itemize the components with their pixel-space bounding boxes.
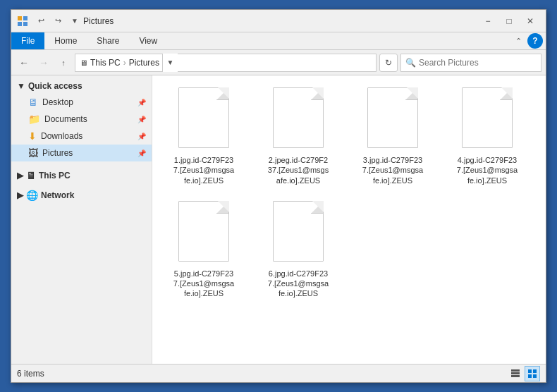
file-icon-5 [176,201,232,264]
sidebar-thispc-header[interactable]: ▶ 🖥 This PC [11,167,152,184]
pictures-icon: 🖼 [28,147,38,159]
sidebar-item-desktop-label: Desktop [42,97,73,107]
svg-rect-1 [23,16,27,20]
qat-forward-btn[interactable]: ↪ [49,13,66,30]
maximize-btn[interactable]: □ [499,13,519,29]
breadcrumb-thispc: This PC [90,58,121,68]
file-icon-1 [176,87,232,151]
window-title: Pictures [83,16,478,26]
svg-rect-8 [533,369,537,373]
grid-view-btn[interactable] [525,366,540,381]
sidebar: ▼ Quick access 🖥 Desktop 📌 📁 Documents 📌… [11,75,152,364]
statusbar: 6 items [11,364,546,382]
breadcrumb-pictures: Pictures [129,58,159,68]
sidebar-item-pictures[interactable]: 🖼 Pictures 📌 [11,145,152,161]
sidebar-item-desktop[interactable]: 🖥 Desktop 📌 [11,94,152,111]
file-name-3: 3.jpg.id-C279F237.[Zeus1@msgsafe.io].ZEU… [362,155,423,185]
svg-rect-9 [528,374,532,378]
downloads-icon: ⬇ [28,130,37,142]
file-item[interactable]: 6.jpg.id-C279F237.[Zeus1@msgsafe.io].ZEU… [252,195,344,305]
chevron-right-icon: ▶ [17,171,23,180]
refresh-btn[interactable]: ↻ [379,54,398,72]
svg-rect-4 [511,369,520,372]
breadcrumb[interactable]: 🖥 This PC › Pictures ▼ [75,54,377,72]
explorer-window: ↩ ↪ ▼ Pictures − □ ✕ File Home Share Vie… [11,9,546,383]
svg-rect-6 [511,375,520,377]
close-btn[interactable]: ✕ [520,13,540,29]
ribbon-help-area: ⌃ ? [513,32,546,49]
help-button[interactable]: ? [527,33,543,49]
sidebar-item-downloads-label: Downloads [41,131,82,141]
file-icon-3 [365,87,421,151]
view-toggle-area [508,366,540,381]
network-icon: 🌐 [26,190,38,201]
svg-rect-0 [18,16,22,20]
ribbon-tab-file[interactable]: File [11,32,44,49]
pin-icon-docs: 📌 [137,116,146,123]
file-item[interactable]: 3.jpg.id-C279F237.[Zeus1@msgsafe.io].ZEU… [347,81,439,192]
breadcrumb-sep: › [123,58,126,68]
pin-icon-dl: 📌 [137,133,146,140]
file-icon-2 [270,87,326,151]
svg-rect-3 [23,22,27,26]
file-name-5: 5.jpg.id-C279F237.[Zeus1@msgsafe.io].ZEU… [173,269,234,299]
forward-btn[interactable]: → [35,54,52,71]
search-box[interactable]: 🔍 [400,54,541,72]
sidebar-item-pictures-label: Pictures [42,148,73,158]
ribbon-collapse-icon[interactable]: ⌃ [513,34,525,49]
file-item[interactable]: 5.jpg.id-C279F237.[Zeus1@msgsafe.io].ZEU… [158,195,250,305]
file-name-1: 1.jpg.id-C279F237.[Zeus1@msgsafe.io].ZEU… [173,155,234,185]
breadcrumb-pc-icon: 🖥 [80,59,87,67]
sidebar-item-documents-label: Documents [44,114,87,124]
chevron-down-icon: ▼ [17,81,25,91]
sidebar-item-documents[interactable]: 📁 Documents 📌 [11,111,152,128]
file-item[interactable]: 2.jpeg.id-C279F237.[Zeus1@msgsafe.io].ZE… [252,81,344,192]
list-view-btn[interactable] [508,366,523,381]
ribbon-tab-home[interactable]: Home [44,32,87,49]
file-item[interactable]: 1.jpg.id-C279F237.[Zeus1@msgsafe.io].ZEU… [158,81,250,192]
back-btn[interactable]: ← [16,54,32,71]
file-name-6: 6.jpg.id-C279F237.[Zeus1@msgsafe.io].ZEU… [268,269,329,299]
sidebar-quick-access-header[interactable]: ▼ Quick access [11,78,152,94]
svg-rect-7 [528,369,532,373]
qat-back-btn[interactable]: ↩ [32,13,49,30]
svg-rect-10 [533,374,537,378]
file-content-area: 1.jpg.id-C279F237.[Zeus1@msgsafe.io].ZEU… [152,75,546,364]
sidebar-network-label: Network [41,190,74,200]
file-name-4: 4.jpg.id-C279F237.[Zeus1@msgsafe.io].ZEU… [457,155,518,185]
titlebar: ↩ ↪ ▼ Pictures − □ ✕ [11,10,546,32]
qat-down-btn[interactable]: ▼ [66,13,83,30]
status-item-count: 6 items [17,369,508,379]
chevron-right-icon-net: ▶ [17,190,23,200]
file-item[interactable]: 4.jpg.id-C279F237.[Zeus1@msgsafe.io].ZEU… [441,81,533,192]
ribbon-tab-share[interactable]: Share [87,32,129,49]
up-btn[interactable]: ↑ [55,54,72,71]
documents-icon: 📁 [28,114,40,125]
pin-icon: 📌 [137,99,146,106]
titlebar-icon [17,16,28,27]
main-area: ▼ Quick access 🖥 Desktop 📌 📁 Documents 📌… [11,75,546,364]
ribbon: File Home Share View ⌃ ? [11,32,546,50]
search-input[interactable] [419,58,537,68]
desktop-icon: 🖥 [28,97,38,108]
svg-rect-2 [18,22,22,26]
sidebar-item-downloads[interactable]: ⬇ Downloads 📌 [11,128,152,145]
sidebar-thispc-label: This PC [39,171,71,180]
thispc-icon: 🖥 [26,170,36,181]
ribbon-tab-view[interactable]: View [129,32,167,49]
titlebar-controls: − □ ✕ [478,13,540,29]
svg-rect-5 [511,372,520,374]
minimize-btn[interactable]: − [478,13,498,29]
sidebar-network-header[interactable]: ▶ 🌐 Network [11,187,152,204]
breadcrumb-dropdown-btn[interactable]: ▼ [162,54,178,72]
search-icon: 🔍 [405,58,416,68]
file-icon-6 [270,201,326,264]
file-icon-4 [459,87,515,151]
addressbar: ← → ↑ 🖥 This PC › Pictures ▼ ↻ 🔍 [11,50,546,75]
pin-icon-pic: 📌 [137,149,146,157]
sidebar-quick-access-label: Quick access [28,81,82,91]
file-name-2: 2.jpeg.id-C279F237.[Zeus1@msgsafe.io].ZE… [268,155,329,185]
